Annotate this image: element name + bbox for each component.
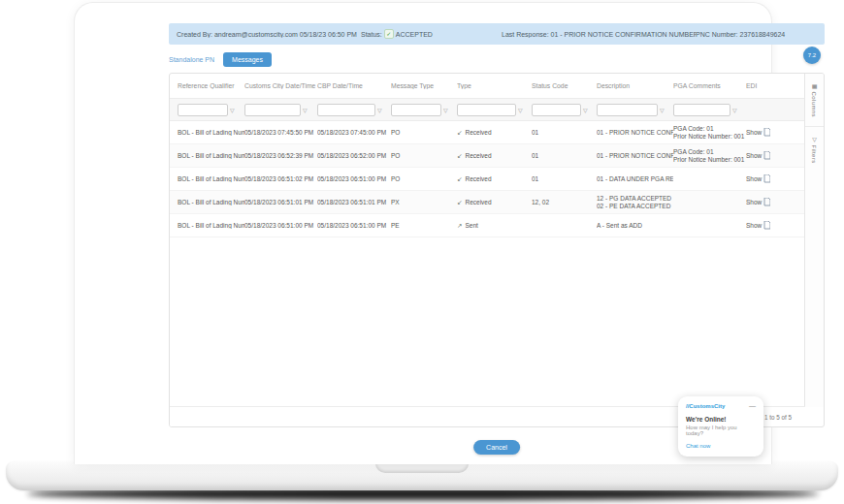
col-header-edi[interactable]: EDI bbox=[746, 82, 800, 89]
filter-cell: ▽ bbox=[244, 104, 317, 116]
table-row[interactable]: BOL - Bill of Lading Number (Ocean, Rai … bbox=[170, 214, 805, 237]
chat-header: //CustomsCity — bbox=[686, 403, 756, 409]
show-edi-link[interactable]: Show bbox=[746, 198, 770, 206]
description-line: 12 - PG DATA ACCEPTED bbox=[597, 195, 669, 203]
description-line: 01 - PRIOR NOTICE CONFIRMATION NU bbox=[597, 129, 669, 137]
app-window: Created By: andream@customscity.com 05/1… bbox=[169, 23, 825, 459]
cell-cbp-datetime: 05/18/2023 06:51:00 PM bbox=[317, 175, 391, 182]
grid-tool-panel: ▦ Columns ▽ Filters bbox=[804, 74, 824, 407]
pnc-number-text: PNC Number: 237618849624 bbox=[696, 31, 825, 38]
filter-input-status-code[interactable] bbox=[532, 104, 581, 116]
filter-input-pga-comments[interactable] bbox=[673, 104, 730, 116]
table-row[interactable]: BOL - Bill of Lading Number (Ocean, Rai … bbox=[170, 144, 805, 168]
cell-edi: Show bbox=[746, 221, 800, 230]
cell-cbp-datetime: 05/18/2023 06:52:00 PM bbox=[317, 152, 391, 159]
col-header-reference-qualifier[interactable]: Reference Qualifier bbox=[170, 82, 244, 89]
filter-input-type[interactable] bbox=[457, 104, 516, 116]
cell-description: 01 - PRIOR NOTICE CONFIRMATION NU bbox=[597, 129, 673, 137]
col-header-status-code[interactable]: Status Code bbox=[532, 82, 597, 89]
cell-reference-qualifier: BOL - Bill of Lading Number (Ocean, Rai bbox=[170, 129, 244, 136]
cell-type: ↙Received bbox=[457, 129, 532, 137]
table-row[interactable]: BOL - Bill of Lading Number (Ocean, Rai … bbox=[170, 168, 805, 191]
type-label: Received bbox=[465, 152, 491, 159]
funnel-icon[interactable]: ▽ bbox=[377, 107, 382, 113]
pga-comment-line: PGA Code: 01 bbox=[673, 148, 742, 156]
col-header-customs-city-datetime[interactable]: Customs City Date/Time bbox=[244, 82, 317, 89]
col-header-message-type[interactable]: Message Type bbox=[391, 82, 457, 89]
chat-brand-logo: //CustomsCity bbox=[686, 403, 725, 409]
funnel-icon[interactable]: ▽ bbox=[230, 107, 235, 113]
cell-type: ↙Received bbox=[457, 152, 532, 160]
cell-customs-city-datetime: 05/18/2023 06:51:00 PM bbox=[244, 222, 317, 229]
status-value: ACCEPTED bbox=[396, 31, 433, 38]
cell-type: ↙Received bbox=[457, 199, 532, 206]
document-icon bbox=[763, 198, 770, 206]
cell-customs-city-datetime: 05/18/2023 06:51:02 PM bbox=[244, 175, 317, 182]
show-edi-link[interactable]: Show bbox=[746, 221, 770, 230]
messages-grid: Reference Qualifier Customs City Date/Ti… bbox=[169, 73, 825, 427]
cell-description: 01 - PRIOR NOTICE CONFIRMATION NU bbox=[597, 152, 673, 160]
funnel-icon[interactable]: ▽ bbox=[518, 107, 523, 113]
filter-input-cbp-datetime[interactable] bbox=[317, 104, 375, 116]
cell-reference-qualifier: BOL - Bill of Lading Number (Ocean, Rai bbox=[170, 175, 244, 182]
col-header-description[interactable]: Description bbox=[597, 82, 673, 89]
pga-comment-line: Prior Notice Number: 001 23761884962- bbox=[673, 156, 742, 164]
cell-reference-qualifier: BOL - Bill of Lading Number (Ocean, Rai bbox=[170, 152, 244, 159]
filter-cell: ▽ bbox=[532, 104, 597, 116]
col-header-cbp-datetime[interactable]: CBP Date/Time bbox=[317, 82, 391, 89]
sent-arrow-icon: ↗ bbox=[457, 222, 462, 229]
cell-cbp-datetime: 05/18/2023 06:51:01 PM bbox=[317, 199, 391, 205]
description-line: 02 - PE DATA ACCEPTED bbox=[597, 203, 669, 210]
table-row[interactable]: BOL - Bill of Lading Number (Ocean, Rai … bbox=[170, 121, 805, 144]
received-arrow-icon: ↙ bbox=[457, 152, 462, 159]
filter-input-message-type[interactable] bbox=[391, 104, 441, 116]
document-icon bbox=[763, 174, 770, 183]
col-header-pga-comments[interactable]: PGA Comments bbox=[673, 82, 746, 89]
tool-panel-filters-tab[interactable]: ▽ Filters bbox=[811, 127, 818, 173]
funnel-icon[interactable]: ▽ bbox=[583, 107, 588, 113]
grid-header-row: Reference Qualifier Customs City Date/Ti… bbox=[170, 74, 805, 99]
description-line: 01 - PRIOR NOTICE CONFIRMATION NU bbox=[597, 152, 669, 160]
table-row[interactable]: BOL - Bill of Lading Number (Ocean, Rai … bbox=[170, 191, 805, 214]
cell-message-type: PE bbox=[391, 222, 457, 229]
filter-cell: ▽ bbox=[673, 104, 746, 116]
chat-now-link[interactable]: Chat now bbox=[686, 443, 756, 449]
tool-panel-columns-tab[interactable]: ▦ Columns bbox=[811, 74, 818, 126]
minimize-icon[interactable]: — bbox=[749, 404, 756, 408]
show-edi-link[interactable]: Show bbox=[746, 128, 770, 137]
filter-input-description[interactable] bbox=[597, 104, 658, 116]
cell-status-code: 01 bbox=[532, 175, 597, 182]
type-label: Received bbox=[465, 175, 491, 182]
cancel-button[interactable]: Cancel bbox=[473, 440, 520, 455]
help-beacon-badge[interactable]: 7.2 bbox=[803, 47, 821, 64]
col-header-type[interactable]: Type bbox=[457, 82, 532, 89]
filter-cell: ▽ bbox=[597, 104, 673, 116]
funnel-icon[interactable]: ▽ bbox=[660, 107, 665, 113]
cell-customs-city-datetime: 05/18/2023 07:45:50 PM bbox=[244, 129, 317, 136]
filter-input-customs-city-datetime[interactable] bbox=[244, 104, 301, 116]
cell-edi: Show bbox=[746, 151, 800, 160]
document-icon bbox=[763, 151, 770, 160]
received-arrow-icon: ↙ bbox=[457, 129, 462, 136]
description-line: 01 - DATA UNDER PGA REVIEW bbox=[597, 175, 669, 183]
show-edi-link[interactable]: Show bbox=[746, 151, 770, 160]
funnel-icon[interactable]: ▽ bbox=[732, 107, 737, 113]
received-arrow-icon: ↙ bbox=[457, 175, 462, 182]
funnel-icon[interactable]: ▽ bbox=[443, 107, 448, 113]
cell-cbp-datetime: 05/18/2023 07:45:00 PM bbox=[317, 129, 391, 136]
type-label: Sent bbox=[465, 222, 477, 229]
pga-comment-line: Prior Notice Number: 001 23761884962- bbox=[673, 133, 742, 141]
cell-edi: Show bbox=[746, 174, 800, 183]
tab-standalone-pn[interactable]: Standalone PN bbox=[169, 56, 214, 63]
funnel-icon[interactable]: ▽ bbox=[303, 107, 308, 113]
filter-input-reference-qualifier[interactable] bbox=[178, 104, 228, 116]
cell-message-type: PO bbox=[391, 175, 457, 182]
chat-widget: //CustomsCity — We're Online! How may I … bbox=[678, 396, 763, 457]
tab-messages[interactable]: Messages bbox=[223, 52, 272, 67]
cell-description: 01 - DATA UNDER PGA REVIEW bbox=[597, 175, 673, 183]
chat-online-status: We're Online! bbox=[686, 416, 756, 423]
accepted-check-icon: ✓ bbox=[384, 29, 394, 39]
cell-edi: Show bbox=[746, 128, 800, 137]
show-edi-link[interactable]: Show bbox=[746, 174, 770, 183]
filter-cell: ▽ bbox=[457, 104, 532, 116]
